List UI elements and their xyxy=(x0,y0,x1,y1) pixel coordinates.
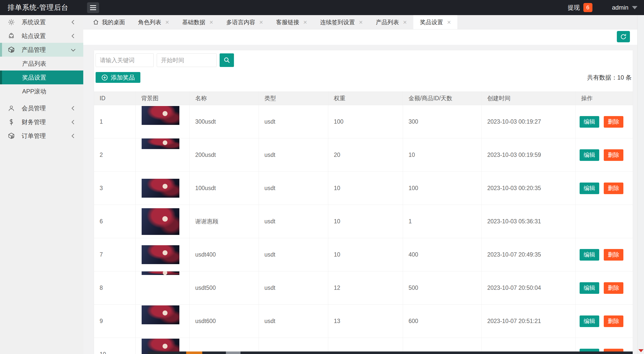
search-icon xyxy=(223,57,230,64)
scroll-down-arrow-icon[interactable] xyxy=(638,349,643,352)
tab-signin-settings[interactable]: 连续签到设置 × xyxy=(314,15,369,29)
edit-button[interactable]: 编辑 xyxy=(580,116,599,128)
cell-type: usdt xyxy=(259,172,328,205)
tab-multilanguage[interactable]: 多语言内容 × xyxy=(220,15,269,29)
delete-button[interactable]: 删除 xyxy=(604,282,623,294)
user-menu[interactable]: admin xyxy=(612,4,637,11)
sidebar-item-member-management[interactable]: 会员管理 xyxy=(0,101,83,115)
sidebar-subitem-prize-settings[interactable]: 奖品设置 xyxy=(0,70,83,84)
table-row: 3 100usdt usdt 10 100 2023-10-03 00:20:3… xyxy=(94,171,633,205)
add-prize-button[interactable]: 添加奖品 xyxy=(96,72,140,83)
cell-id: 7 xyxy=(94,238,135,271)
tab-role-list[interactable]: 角色列表 × xyxy=(132,15,176,29)
cell-image xyxy=(135,172,189,205)
cell-operations: 编辑 删除 xyxy=(575,305,633,338)
table-row: 6 谢谢惠顾 usdt 10 1 2023-10-03 05:36:31 xyxy=(94,205,633,238)
keyword-input[interactable] xyxy=(96,53,154,67)
prize-image xyxy=(142,271,179,275)
close-icon[interactable]: × xyxy=(447,19,451,25)
sidebar-subitem-product-list[interactable]: 产品列表 xyxy=(0,57,83,70)
cell-type: usdt xyxy=(259,271,328,304)
search-button[interactable] xyxy=(220,53,234,67)
close-icon[interactable]: × xyxy=(259,19,263,25)
chevron-left-icon xyxy=(70,105,76,111)
app-header: 排单系统-管理后台 提现 6 admin xyxy=(0,0,644,15)
sidebar-gap xyxy=(0,98,83,101)
close-icon[interactable]: × xyxy=(209,19,213,25)
edit-button[interactable]: 编辑 xyxy=(580,249,599,261)
refresh-button[interactable] xyxy=(617,31,630,42)
cell-created: 2023-10-07 20:51:21 xyxy=(481,305,575,338)
cell-id: 9 xyxy=(94,305,135,338)
sidebar-item-product-management[interactable]: 产品管理 xyxy=(0,43,83,57)
cell-operations: 编辑 删除 xyxy=(575,172,633,205)
content-toolbar xyxy=(83,29,644,45)
table-row: 9 usdt600 usdt 13 600 2023-10-07 20:51:2… xyxy=(94,304,633,338)
sidebar-subitem-app-scroll[interactable]: APP滚动 xyxy=(0,84,83,98)
cell-id: 10 xyxy=(94,338,135,354)
close-icon[interactable]: × xyxy=(303,19,307,25)
sidebar-item-order-management[interactable]: 订单管理 xyxy=(0,129,83,143)
close-icon[interactable]: × xyxy=(359,19,363,25)
cell-weight: 10 xyxy=(328,172,403,205)
table-row: 7 usdt400 usdt 10 400 2023-10-07 20:49:3… xyxy=(94,238,633,271)
cell-created: 2023-10-03 00:20:35 xyxy=(481,172,575,205)
tab-my-desktop[interactable]: 我的桌面 xyxy=(86,15,132,29)
edit-button[interactable]: 编辑 xyxy=(580,183,599,194)
username: admin xyxy=(612,4,628,11)
delete-button[interactable]: 删除 xyxy=(604,183,623,194)
vertical-scrollbar-gutter[interactable] xyxy=(637,15,644,354)
delete-button[interactable]: 删除 xyxy=(604,315,623,327)
table-row: 1 300usdt usdt 100 300 2023-10-03 00:19:… xyxy=(94,105,633,138)
cell-weight: 13 xyxy=(328,305,403,338)
close-icon[interactable]: × xyxy=(403,19,407,25)
plus-circle-icon xyxy=(101,74,108,81)
cell-operations: 编辑 删除 xyxy=(575,105,633,138)
tab-service-link[interactable]: 客服链接 × xyxy=(270,15,314,29)
cell-operations: 编辑 删除 xyxy=(575,271,633,304)
app-title: 排单系统-管理后台 xyxy=(8,3,68,12)
product-cube-icon xyxy=(8,46,15,54)
chevron-left-icon xyxy=(70,119,76,125)
cell-created: 2023-10-03 00:19:27 xyxy=(481,105,575,138)
withdraw-count-badge: 6 xyxy=(583,3,592,12)
table-row: 8 usdt500 usdt 12 500 2023-10-07 20:50:0… xyxy=(94,271,633,304)
cell-created: 2023-10-03 00:19:59 xyxy=(481,138,575,171)
member-icon xyxy=(8,104,15,112)
cell-amount: 300 xyxy=(403,105,481,138)
delete-button[interactable]: 删除 xyxy=(604,116,623,128)
cell-amount: 500 xyxy=(403,271,481,304)
delete-button[interactable]: 删除 xyxy=(604,149,623,161)
hamburger-icon xyxy=(90,5,96,6)
chevron-left-icon xyxy=(70,33,76,39)
cell-amount: 100 xyxy=(403,172,481,205)
cell-created: 2023-10-07 20:50:04 xyxy=(481,271,575,304)
tab-product-list[interactable]: 产品列表 × xyxy=(369,15,413,29)
delete-button[interactable]: 删除 xyxy=(604,249,623,261)
sidebar-item-finance-management[interactable]: 财务管理 xyxy=(0,115,83,129)
chevron-left-icon xyxy=(70,133,76,139)
cell-created: 2023-10-03 05:36:31 xyxy=(481,205,575,238)
tab-basic-data[interactable]: 基础数据 × xyxy=(176,15,220,29)
col-operations: 操作 xyxy=(575,91,633,105)
menu-toggle-button[interactable] xyxy=(87,2,99,13)
col-created: 创建时间 xyxy=(481,91,575,105)
cell-image xyxy=(135,271,189,304)
edit-button[interactable]: 编辑 xyxy=(580,315,599,327)
prize-image xyxy=(142,106,179,125)
bottom-scrollbar[interactable] xyxy=(148,351,633,354)
scrollbar-thumb-orange[interactable] xyxy=(186,351,202,354)
sidebar-item-site-settings[interactable]: 站点设置 xyxy=(0,29,83,43)
close-icon[interactable]: × xyxy=(165,19,169,25)
cell-type: usdt xyxy=(259,238,328,271)
prize-settings-panel: 添加奖品 共有数据：10 条 ID 背景图 名称 类型 权重 金额/商品ID/天… xyxy=(94,50,633,354)
edit-button[interactable]: 编辑 xyxy=(580,282,599,294)
withdraw-link[interactable]: 提现 xyxy=(568,4,580,12)
cell-image xyxy=(135,305,189,338)
tab-prize-settings[interactable]: 奖品设置 × xyxy=(413,15,457,29)
start-time-input[interactable] xyxy=(157,53,217,67)
prize-image xyxy=(142,305,179,324)
sidebar-item-system-settings[interactable]: 系统设置 xyxy=(0,15,83,29)
edit-button[interactable]: 编辑 xyxy=(580,149,599,161)
scrollbar-thumb-gray[interactable] xyxy=(226,351,240,354)
